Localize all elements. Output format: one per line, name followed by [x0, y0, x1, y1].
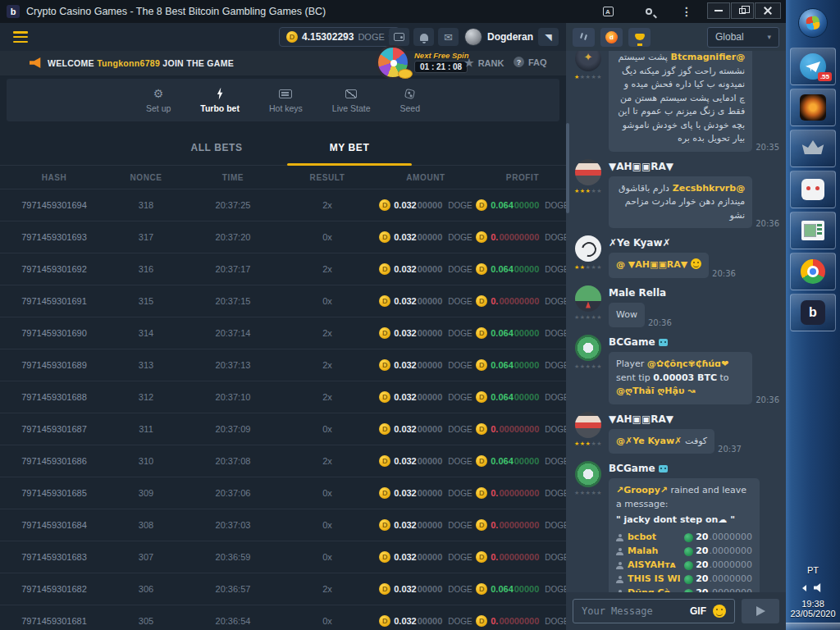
spin-wheel-icon[interactable]	[376, 45, 410, 80]
faq-button[interactable]: ? FAQ	[514, 57, 547, 67]
mention[interactable]: @✿₵ôηϲ✾₵ɦúɑ❤	[647, 358, 728, 369]
column-header: AMOUNT	[372, 173, 479, 182]
window-title: Crypto Casino Games - The 8 Best Bitcoin…	[26, 6, 326, 17]
bet-time: 20:37:10	[184, 392, 282, 402]
chat-username[interactable]: ▼AH▣▣RA▼	[609, 161, 779, 172]
chat-username[interactable]: BCGame	[609, 336, 779, 348]
chat-username[interactable]: ▼AH▣▣RA▼	[609, 413, 779, 425]
chat-username[interactable]: ✗Ye Kyaw✗	[609, 237, 779, 249]
bet-profit: 0.00000000DOGE	[479, 231, 566, 243]
rain-button[interactable]	[573, 28, 595, 47]
mention[interactable]: @ღThảī ღHậυ ↝	[616, 386, 695, 396]
chat-username[interactable]: Male Rella	[609, 287, 779, 299]
eagle-avatar[interactable]	[575, 51, 601, 71]
bet-hash[interactable]: 7971459301684	[0, 520, 108, 530]
message-input[interactable]	[573, 605, 734, 617]
mention[interactable]: @✗Ye Kyaw✗	[616, 436, 685, 446]
taskbar-bcgame[interactable]	[790, 294, 836, 331]
setting-seed[interactable]: Seed	[400, 88, 421, 113]
recipient-name[interactable]: AISYAHᴛᴀ	[628, 559, 680, 573]
taskbar-dicebot[interactable]	[790, 171, 836, 208]
bet-hash[interactable]: 7971459301687	[0, 424, 108, 434]
volume-icon[interactable]	[814, 583, 824, 592]
chat-channel-select[interactable]: Global ▾	[707, 27, 779, 48]
settings-items: ⚙Set upTurbo betHot keysLive StateSeed	[7, 79, 559, 121]
recipient-name[interactable]: Malah	[628, 545, 680, 559]
bet-hash[interactable]: 7971459301690	[0, 328, 108, 338]
send-button[interactable]	[742, 599, 779, 623]
taskbar-start[interactable]	[790, 2, 836, 44]
minimize-button[interactable]	[707, 2, 730, 19]
tab-my-bet[interactable]: MY BET	[287, 130, 412, 165]
bet-hash[interactable]: 7971459301694	[0, 200, 108, 210]
close-button[interactable]	[755, 2, 781, 19]
setting-hot-keys[interactable]: Hot keys	[269, 88, 303, 113]
recipient-name[interactable]: bcbot	[628, 531, 680, 545]
bet-hash[interactable]: 7971459301682	[0, 584, 108, 594]
search-icon[interactable]	[638, 3, 660, 20]
hidden-icons-arrow[interactable]	[802, 585, 806, 591]
wallet-button[interactable]	[389, 28, 409, 46]
bet-hash[interactable]: 7971459301683	[0, 552, 108, 562]
messages-button[interactable]: ✉	[438, 28, 459, 46]
mention[interactable]: @Zecsbhkrvrb	[669, 183, 745, 194]
taskbar-chrome[interactable]	[790, 253, 836, 290]
taskbar-game[interactable]	[790, 89, 836, 126]
language-indicator[interactable]: PT	[807, 565, 819, 575]
free-spin-widget[interactable]: Next Free Spin 01 : 21 : 08	[414, 51, 469, 73]
bet-hash[interactable]: 7971459301685	[0, 488, 108, 498]
setting-turbo-bet[interactable]: Turbo bet	[200, 88, 240, 113]
clock-time[interactable]: 19:38	[801, 599, 824, 609]
notifications-button[interactable]	[413, 28, 434, 46]
chat-collapse-button[interactable]: ◥	[538, 28, 559, 46]
maskman-avatar[interactable]	[575, 412, 601, 438]
bet-profit: 0.00000000DOGE	[479, 487, 566, 499]
balance-selector[interactable]: 4.15302293 DOGE ▾	[279, 27, 399, 47]
chat-scrollbar[interactable]	[566, 123, 569, 213]
bet-result: 2x	[282, 328, 372, 338]
contest-button[interactable]	[628, 28, 651, 47]
bcgame-avatar[interactable]	[575, 335, 601, 361]
taskbar-telegram[interactable]: .55	[790, 48, 836, 85]
recipient-name[interactable]: THIS IS WINNER	[628, 573, 680, 587]
star-icon: ★	[596, 188, 602, 194]
chat-username[interactable]: BCGame	[609, 463, 779, 474]
recipient-name[interactable]: Dũng Cò	[628, 587, 680, 592]
bet-hash[interactable]: 7971459301681	[0, 616, 108, 626]
croc-avatar[interactable]	[575, 285, 601, 312]
hamburger-menu-icon[interactable]	[13, 31, 28, 43]
setting-live-state[interactable]: Live State	[332, 88, 371, 113]
scribble-avatar[interactable]	[575, 235, 601, 262]
message-text: کوفت	[685, 436, 707, 446]
gif-button[interactable]: GIF	[690, 605, 706, 617]
taskbar-notes[interactable]	[790, 212, 836, 249]
coindrop-button[interactable]: d	[600, 28, 623, 47]
user-menu[interactable]: Dogderan ▾	[464, 27, 542, 47]
rank-button[interactable]: ★ RANK	[464, 57, 504, 69]
bet-hash[interactable]: 7971459301692	[0, 264, 108, 274]
translate-icon[interactable]: A	[597, 3, 619, 20]
emoji-picker-button[interactable]	[713, 605, 726, 618]
bet-hash[interactable]: 7971459301686	[0, 456, 108, 466]
bcgame-avatar[interactable]	[575, 461, 601, 487]
tab-all-bets[interactable]: ALL BETS	[154, 130, 279, 165]
mention[interactable]: ↗Groopy↗	[616, 485, 668, 495]
doge-coin-icon	[379, 263, 390, 275]
welcome-post: JOIN THE GAME	[162, 58, 234, 68]
navbar: 4.15302293 DOGE ▾ ✉ Dogderan ▾ ◥	[0, 23, 566, 51]
restore-button[interactable]	[731, 2, 754, 19]
show-desktop-button[interactable]	[786, 623, 840, 630]
bet-result: 2x	[282, 200, 372, 210]
setting-set-up[interactable]: ⚙Set up	[146, 88, 171, 113]
taskbar-crown[interactable]	[790, 130, 836, 167]
bet-hash[interactable]: 7971459301691	[0, 296, 108, 306]
mention[interactable]: @ ▼AH▣▣RA▼	[616, 259, 691, 270]
bet-hash[interactable]: 7971459301693	[0, 232, 108, 242]
mention[interactable]: @Btcmagnifier	[668, 52, 745, 62]
bet-hash[interactable]: 7971459301688	[0, 392, 108, 402]
bet-hash[interactable]: 7971459301689	[0, 360, 108, 370]
clock-date[interactable]: 23/05/2020	[790, 609, 835, 619]
menu-kebab-icon[interactable]: ⋮	[676, 3, 697, 20]
maskman-avatar[interactable]	[575, 159, 601, 185]
site-favicon: b	[7, 5, 20, 18]
